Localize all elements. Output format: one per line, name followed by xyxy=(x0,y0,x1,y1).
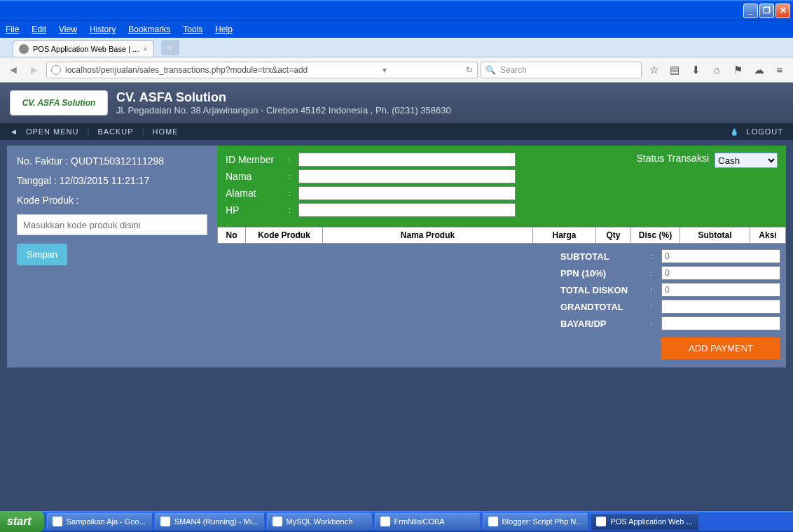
alamat-label: Alamat xyxy=(226,188,289,199)
menu-bookmarks[interactable]: Bookmarks xyxy=(128,24,170,34)
close-window-button[interactable]: ✕ xyxy=(775,4,790,18)
status-transaksi-select[interactable]: Cash xyxy=(715,153,778,168)
faktur-label: No. Faktur : xyxy=(17,155,68,167)
bayar-label: BAYAR/DP xyxy=(560,318,644,329)
left-panel: No. Faktur : QUDT150312111298 Tanggal : … xyxy=(7,146,217,368)
subtotal-field[interactable] xyxy=(661,249,780,263)
taskbar-item[interactable]: POS Application Web ... xyxy=(591,513,698,530)
nav-backup[interactable]: BACKUP xyxy=(97,127,133,136)
downloads-icon[interactable]: ⬇ xyxy=(687,61,705,79)
nav-open-menu[interactable]: OPEN MENU xyxy=(26,127,79,136)
window-titlebar: _ ❐ ✕ xyxy=(0,0,793,21)
col-qty: Qty xyxy=(596,227,631,243)
pocket-icon[interactable]: ⚑ xyxy=(729,61,747,79)
faktur-value: QUDT150312111298 xyxy=(71,155,164,167)
app-icon xyxy=(488,517,498,526)
menu-history[interactable]: History xyxy=(90,24,116,34)
taskbar-item[interactable]: FrmNilaiCOBA xyxy=(375,513,480,530)
globe-icon xyxy=(51,65,61,75)
add-payment-button[interactable]: ADD PAYMENT xyxy=(661,337,780,359)
app-icon xyxy=(53,517,62,526)
grandtotal-field[interactable] xyxy=(661,300,780,314)
chevron-left-icon: ◄ xyxy=(10,127,18,136)
page-content: CV. ASFA Solution CV. ASFA Solution Jl. … xyxy=(0,83,793,517)
right-panel: ID Member: Nama: Alamat: HP: Status Tran… xyxy=(217,146,786,368)
id-member-input[interactable] xyxy=(298,153,516,167)
browser-menubar: File Edit View History Bookmarks Tools H… xyxy=(0,21,793,38)
taskbar-item[interactable]: SMAN4 (Running) - Mi... xyxy=(155,513,264,530)
bookmark-star-icon[interactable]: ☆ xyxy=(644,61,663,79)
empty-area xyxy=(0,373,793,513)
logo: CV. ASFA Solution xyxy=(10,90,108,115)
hamburger-menu-icon[interactable]: ≡ xyxy=(771,61,789,79)
ppn-label: PPN (10%) xyxy=(560,268,644,279)
ppn-field[interactable] xyxy=(661,266,780,280)
taskbar-item[interactable]: Blogger: Script Php N... xyxy=(483,513,588,530)
diskon-field[interactable] xyxy=(661,283,780,297)
forward-button[interactable]: ► xyxy=(25,61,43,79)
menu-file[interactable]: File xyxy=(6,24,19,34)
search-icon: 🔍 xyxy=(485,65,496,75)
app-navbar: ◄ OPEN MENU | BACKUP | HOME 💧 LOGOUT xyxy=(0,123,793,140)
browser-tabstrip: POS Application Web Base | ... × + xyxy=(0,38,793,57)
tanggal-value: 12/03/2015 11:21:17 xyxy=(60,175,149,186)
dropdown-icon[interactable]: ▾ xyxy=(382,65,387,75)
kode-produk-input[interactable] xyxy=(17,214,207,235)
browser-toolbar: ◄ ► localhost/penjualan/sales_transactio… xyxy=(0,57,793,83)
windows-taskbar: start Sampaikan Aja - Goo... SMAN4 (Runn… xyxy=(0,511,793,532)
app-icon xyxy=(380,517,390,526)
tab-close-button[interactable]: × xyxy=(143,45,147,53)
nama-label: Nama xyxy=(226,171,289,182)
col-disc: Disc (%) xyxy=(631,227,680,243)
id-member-label: ID Member xyxy=(226,154,289,165)
kode-label: Kode Produk : xyxy=(17,195,207,206)
reload-button[interactable]: ↻ xyxy=(466,65,473,75)
browser-tab[interactable]: POS Application Web Base | ... × xyxy=(13,40,154,57)
alamat-input[interactable] xyxy=(298,186,516,200)
col-harga: Harga xyxy=(533,227,596,243)
member-box: ID Member: Nama: Alamat: HP: Status Tran… xyxy=(217,146,786,227)
menu-edit[interactable]: Edit xyxy=(32,24,46,34)
nav-logout[interactable]: LOGOUT xyxy=(747,127,783,136)
minimize-button[interactable]: _ xyxy=(743,4,758,18)
taskbar-item[interactable]: MySQL Workbench xyxy=(267,513,372,530)
hp-input[interactable] xyxy=(298,203,516,217)
app-icon xyxy=(596,517,606,526)
product-grid-header: No Kode Produk Nama Produk Harga Qty Dis… xyxy=(217,227,786,244)
app-icon xyxy=(160,517,170,526)
grandtotal-label: GRANDTOTAL xyxy=(560,302,644,312)
hp-label: HP xyxy=(226,204,289,216)
diskon-label: TOTAL DISKON xyxy=(560,285,644,295)
address-bar[interactable]: localhost/penjualan/sales_transactions.p… xyxy=(46,62,478,78)
col-kode: Kode Produk xyxy=(246,227,323,243)
droplet-icon: 💧 xyxy=(730,128,738,136)
favicon-icon xyxy=(19,44,29,54)
col-aksi: Aksi xyxy=(750,227,785,243)
bayar-field[interactable] xyxy=(661,316,780,330)
status-transaksi-label: Status Transaksi xyxy=(637,153,710,164)
new-tab-button[interactable]: + xyxy=(161,40,179,55)
col-nama: Nama Produk xyxy=(323,227,533,243)
reader-icon[interactable]: ▤ xyxy=(666,61,684,79)
menu-view[interactable]: View xyxy=(59,24,77,34)
col-subtotal: Subtotal xyxy=(680,227,750,243)
search-bar[interactable]: 🔍 Search xyxy=(481,62,642,78)
home-icon[interactable]: ⌂ xyxy=(708,61,726,79)
col-no: No xyxy=(218,227,246,243)
start-button[interactable]: start xyxy=(0,511,44,532)
menu-tools[interactable]: Tools xyxy=(183,24,202,34)
taskbar-item[interactable]: Sampaikan Aja - Goo... xyxy=(47,513,152,530)
tanggal-label: Tanggal : xyxy=(17,175,57,186)
nav-home[interactable]: HOME xyxy=(152,127,178,136)
company-address: Jl. Pegadaian No. 38 Arjawinangun - Cire… xyxy=(116,105,451,115)
back-button[interactable]: ◄ xyxy=(4,61,22,79)
simpan-button[interactable]: Simpan xyxy=(17,244,67,265)
app-header: CV. ASFA Solution CV. ASFA Solution Jl. … xyxy=(0,83,793,123)
sync-icon[interactable]: ☁ xyxy=(750,61,768,79)
app-icon xyxy=(273,517,282,526)
tab-title: POS Application Web Base | ... xyxy=(33,45,139,53)
nama-input[interactable] xyxy=(298,169,516,183)
search-placeholder: Search xyxy=(500,65,527,75)
menu-help[interactable]: Help xyxy=(215,24,233,34)
maximize-button[interactable]: ❐ xyxy=(759,4,774,18)
